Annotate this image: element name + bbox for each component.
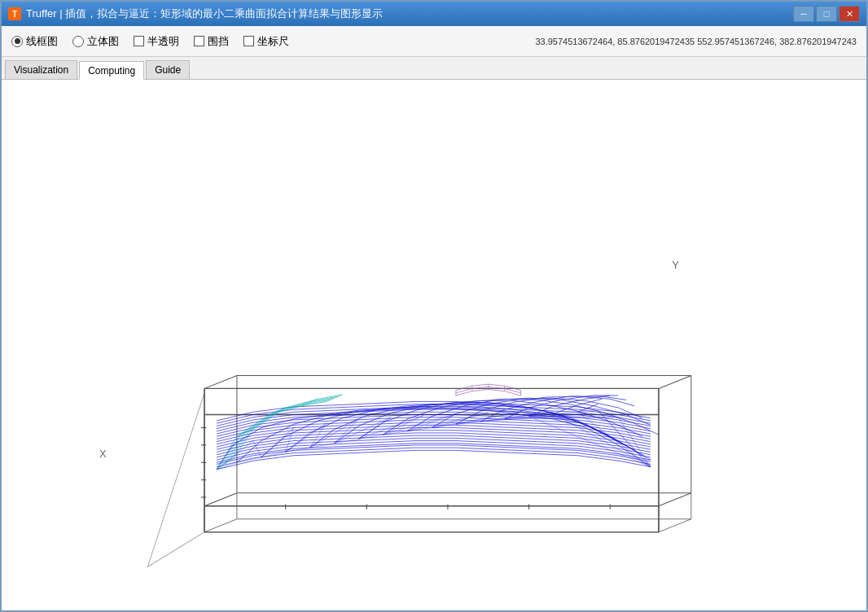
- tab-guide[interactable]: Guide: [146, 60, 190, 79]
- title-bar-left: T Truffer | 插值，拟合与逼近：矩形域的最小二乘曲面拟合计算结果与图形…: [8, 7, 383, 21]
- tab-guide-label: Guide: [155, 64, 181, 76]
- checkbox-transparent-box[interactable]: [134, 36, 144, 46]
- svg-line-77: [618, 417, 651, 467]
- checkbox-cage-box[interactable]: [194, 36, 204, 46]
- main-content: X Y: [2, 80, 866, 610]
- 3d-chart: [2, 80, 866, 610]
- svg-line-14: [204, 375, 237, 388]
- checkbox-axes[interactable]: 坐标尺: [243, 34, 289, 49]
- title-bar: T Truffer | 插值，拟合与逼近：矩形域的最小二乘曲面拟合计算结果与图形…: [2, 2, 866, 26]
- radio-solid-label: 立体图: [87, 34, 119, 49]
- svg-line-23: [659, 519, 691, 532]
- radio-solid-button[interactable]: [72, 36, 84, 47]
- svg-line-22: [204, 519, 237, 532]
- toolbar: 线框图 立体图 半透明 围挡 坐标尺 33.9574513672464, 85.…: [2, 26, 866, 57]
- radio-wireframe-label: 线框图: [26, 34, 58, 49]
- maximize-button[interactable]: □: [816, 6, 837, 22]
- canvas-area[interactable]: X Y: [2, 80, 866, 610]
- svg-marker-1: [147, 393, 204, 567]
- svg-line-15: [659, 375, 691, 388]
- main-window: T Truffer | 插值，拟合与逼近：矩形域的最小二乘曲面拟合计算结果与图形…: [0, 0, 868, 612]
- window-controls: ─ □ ✕: [793, 6, 860, 22]
- coordinates-display: 33.9574513672464, 85.8762019472435 552.9…: [535, 37, 857, 46]
- minimize-button[interactable]: ─: [793, 6, 814, 22]
- tabs-bar: Visualization Computing Guide: [2, 57, 866, 80]
- checkbox-cage[interactable]: 围挡: [194, 34, 229, 49]
- window-title: Truffer | 插值，拟合与逼近：矩形域的最小二乘曲面拟合计算结果与图形显示: [26, 7, 383, 21]
- checkbox-axes-box[interactable]: [243, 36, 254, 46]
- tab-computing[interactable]: Computing: [79, 61, 144, 80]
- checkbox-transparent-label: 半透明: [147, 34, 179, 49]
- svg-line-58: [358, 417, 391, 439]
- app-icon: T: [8, 7, 21, 20]
- checkbox-transparent[interactable]: 半透明: [134, 34, 179, 49]
- checkbox-cage-label: 围挡: [208, 34, 229, 49]
- tab-computing-label: Computing: [88, 65, 135, 76]
- svg-line-17: [659, 493, 691, 506]
- radio-wireframe-button[interactable]: [11, 36, 23, 47]
- tab-visualization[interactable]: Visualization: [5, 60, 77, 79]
- svg-line-16: [204, 493, 237, 506]
- checkbox-axes-label: 坐标尺: [257, 34, 289, 49]
- radio-wireframe[interactable]: 线框图: [11, 34, 58, 49]
- tab-visualization-label: Visualization: [14, 64, 68, 76]
- radio-solid[interactable]: 立体图: [72, 34, 119, 49]
- close-button[interactable]: ✕: [839, 6, 860, 22]
